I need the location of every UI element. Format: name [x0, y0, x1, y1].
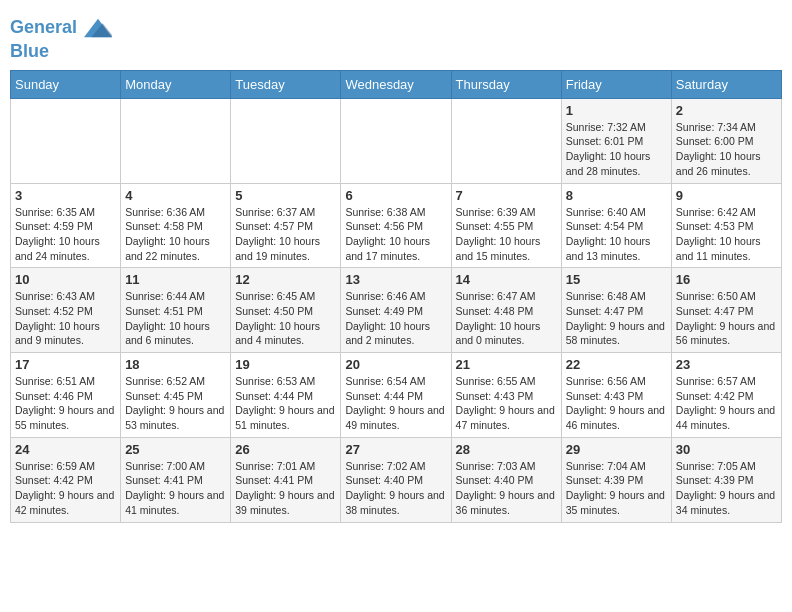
calendar-cell: 18Sunrise: 6:52 AMSunset: 4:45 PMDayligh… [121, 353, 231, 438]
calendar-cell [341, 98, 451, 183]
calendar-cell: 27Sunrise: 7:02 AMSunset: 4:40 PMDayligh… [341, 437, 451, 522]
day-info: Sunrise: 6:54 AMSunset: 4:44 PMDaylight:… [345, 374, 446, 433]
week-row-4: 17Sunrise: 6:51 AMSunset: 4:46 PMDayligh… [11, 353, 782, 438]
day-number: 2 [676, 103, 777, 118]
calendar-cell [451, 98, 561, 183]
day-info: Sunrise: 6:50 AMSunset: 4:47 PMDaylight:… [676, 289, 777, 348]
day-number: 5 [235, 188, 336, 203]
calendar-cell: 26Sunrise: 7:01 AMSunset: 4:41 PMDayligh… [231, 437, 341, 522]
day-number: 28 [456, 442, 557, 457]
day-info: Sunrise: 6:35 AMSunset: 4:59 PMDaylight:… [15, 205, 116, 264]
calendar-cell: 22Sunrise: 6:56 AMSunset: 4:43 PMDayligh… [561, 353, 671, 438]
calendar-cell: 12Sunrise: 6:45 AMSunset: 4:50 PMDayligh… [231, 268, 341, 353]
day-info: Sunrise: 6:59 AMSunset: 4:42 PMDaylight:… [15, 459, 116, 518]
day-info: Sunrise: 7:32 AMSunset: 6:01 PMDaylight:… [566, 120, 667, 179]
day-info: Sunrise: 6:53 AMSunset: 4:44 PMDaylight:… [235, 374, 336, 433]
calendar-cell: 19Sunrise: 6:53 AMSunset: 4:44 PMDayligh… [231, 353, 341, 438]
calendar-cell: 15Sunrise: 6:48 AMSunset: 4:47 PMDayligh… [561, 268, 671, 353]
day-number: 29 [566, 442, 667, 457]
day-info: Sunrise: 6:55 AMSunset: 4:43 PMDaylight:… [456, 374, 557, 433]
day-number: 4 [125, 188, 226, 203]
calendar-cell: 11Sunrise: 6:44 AMSunset: 4:51 PMDayligh… [121, 268, 231, 353]
calendar-cell: 10Sunrise: 6:43 AMSunset: 4:52 PMDayligh… [11, 268, 121, 353]
logo-blue: Blue [10, 42, 112, 62]
week-row-1: 1Sunrise: 7:32 AMSunset: 6:01 PMDaylight… [11, 98, 782, 183]
weekday-header-sunday: Sunday [11, 70, 121, 98]
day-number: 27 [345, 442, 446, 457]
logo: General Blue [10, 14, 112, 62]
day-number: 6 [345, 188, 446, 203]
day-number: 8 [566, 188, 667, 203]
calendar-cell: 4Sunrise: 6:36 AMSunset: 4:58 PMDaylight… [121, 183, 231, 268]
weekday-header-tuesday: Tuesday [231, 70, 341, 98]
day-number: 24 [15, 442, 116, 457]
day-info: Sunrise: 7:00 AMSunset: 4:41 PMDaylight:… [125, 459, 226, 518]
calendar-cell: 24Sunrise: 6:59 AMSunset: 4:42 PMDayligh… [11, 437, 121, 522]
day-number: 13 [345, 272, 446, 287]
weekday-header-wednesday: Wednesday [341, 70, 451, 98]
calendar-cell: 3Sunrise: 6:35 AMSunset: 4:59 PMDaylight… [11, 183, 121, 268]
day-info: Sunrise: 6:57 AMSunset: 4:42 PMDaylight:… [676, 374, 777, 433]
calendar-cell: 8Sunrise: 6:40 AMSunset: 4:54 PMDaylight… [561, 183, 671, 268]
day-info: Sunrise: 6:38 AMSunset: 4:56 PMDaylight:… [345, 205, 446, 264]
weekday-header-thursday: Thursday [451, 70, 561, 98]
calendar-cell: 14Sunrise: 6:47 AMSunset: 4:48 PMDayligh… [451, 268, 561, 353]
calendar-cell: 17Sunrise: 6:51 AMSunset: 4:46 PMDayligh… [11, 353, 121, 438]
day-info: Sunrise: 6:47 AMSunset: 4:48 PMDaylight:… [456, 289, 557, 348]
day-info: Sunrise: 6:43 AMSunset: 4:52 PMDaylight:… [15, 289, 116, 348]
calendar-cell [121, 98, 231, 183]
weekday-header-saturday: Saturday [671, 70, 781, 98]
calendar-cell: 29Sunrise: 7:04 AMSunset: 4:39 PMDayligh… [561, 437, 671, 522]
calendar-cell: 23Sunrise: 6:57 AMSunset: 4:42 PMDayligh… [671, 353, 781, 438]
day-info: Sunrise: 6:52 AMSunset: 4:45 PMDaylight:… [125, 374, 226, 433]
day-info: Sunrise: 6:51 AMSunset: 4:46 PMDaylight:… [15, 374, 116, 433]
day-info: Sunrise: 7:05 AMSunset: 4:39 PMDaylight:… [676, 459, 777, 518]
weekday-header-friday: Friday [561, 70, 671, 98]
day-number: 25 [125, 442, 226, 457]
day-number: 18 [125, 357, 226, 372]
day-info: Sunrise: 7:34 AMSunset: 6:00 PMDaylight:… [676, 120, 777, 179]
day-info: Sunrise: 7:03 AMSunset: 4:40 PMDaylight:… [456, 459, 557, 518]
day-info: Sunrise: 6:44 AMSunset: 4:51 PMDaylight:… [125, 289, 226, 348]
day-info: Sunrise: 6:37 AMSunset: 4:57 PMDaylight:… [235, 205, 336, 264]
day-info: Sunrise: 6:45 AMSunset: 4:50 PMDaylight:… [235, 289, 336, 348]
day-number: 7 [456, 188, 557, 203]
week-row-3: 10Sunrise: 6:43 AMSunset: 4:52 PMDayligh… [11, 268, 782, 353]
day-info: Sunrise: 7:01 AMSunset: 4:41 PMDaylight:… [235, 459, 336, 518]
calendar-cell: 28Sunrise: 7:03 AMSunset: 4:40 PMDayligh… [451, 437, 561, 522]
calendar-cell: 2Sunrise: 7:34 AMSunset: 6:00 PMDaylight… [671, 98, 781, 183]
weekday-header-monday: Monday [121, 70, 231, 98]
day-number: 30 [676, 442, 777, 457]
day-info: Sunrise: 6:46 AMSunset: 4:49 PMDaylight:… [345, 289, 446, 348]
week-row-5: 24Sunrise: 6:59 AMSunset: 4:42 PMDayligh… [11, 437, 782, 522]
day-number: 26 [235, 442, 336, 457]
calendar-cell [231, 98, 341, 183]
calendar-cell: 30Sunrise: 7:05 AMSunset: 4:39 PMDayligh… [671, 437, 781, 522]
day-number: 21 [456, 357, 557, 372]
week-row-2: 3Sunrise: 6:35 AMSunset: 4:59 PMDaylight… [11, 183, 782, 268]
calendar-cell: 16Sunrise: 6:50 AMSunset: 4:47 PMDayligh… [671, 268, 781, 353]
day-info: Sunrise: 6:56 AMSunset: 4:43 PMDaylight:… [566, 374, 667, 433]
day-info: Sunrise: 7:02 AMSunset: 4:40 PMDaylight:… [345, 459, 446, 518]
calendar-cell: 6Sunrise: 6:38 AMSunset: 4:56 PMDaylight… [341, 183, 451, 268]
calendar-cell: 20Sunrise: 6:54 AMSunset: 4:44 PMDayligh… [341, 353, 451, 438]
day-number: 16 [676, 272, 777, 287]
day-info: Sunrise: 6:39 AMSunset: 4:55 PMDaylight:… [456, 205, 557, 264]
weekday-header-row: SundayMondayTuesdayWednesdayThursdayFrid… [11, 70, 782, 98]
logo-text: General [10, 14, 112, 42]
calendar-cell: 7Sunrise: 6:39 AMSunset: 4:55 PMDaylight… [451, 183, 561, 268]
day-info: Sunrise: 6:48 AMSunset: 4:47 PMDaylight:… [566, 289, 667, 348]
day-number: 23 [676, 357, 777, 372]
day-number: 20 [345, 357, 446, 372]
day-info: Sunrise: 6:36 AMSunset: 4:58 PMDaylight:… [125, 205, 226, 264]
calendar-cell: 21Sunrise: 6:55 AMSunset: 4:43 PMDayligh… [451, 353, 561, 438]
day-number: 1 [566, 103, 667, 118]
header: General Blue [10, 10, 782, 62]
day-number: 22 [566, 357, 667, 372]
calendar: SundayMondayTuesdayWednesdayThursdayFrid… [10, 70, 782, 523]
calendar-cell: 5Sunrise: 6:37 AMSunset: 4:57 PMDaylight… [231, 183, 341, 268]
day-number: 11 [125, 272, 226, 287]
day-info: Sunrise: 7:04 AMSunset: 4:39 PMDaylight:… [566, 459, 667, 518]
calendar-cell [11, 98, 121, 183]
day-number: 14 [456, 272, 557, 287]
